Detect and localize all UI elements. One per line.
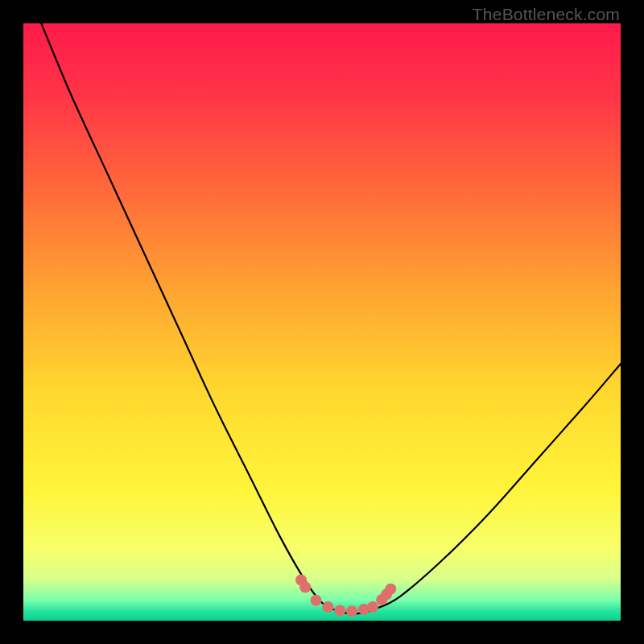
marker-point	[334, 605, 345, 616]
plot-area	[23, 23, 621, 621]
bottleneck-curve	[41, 23, 621, 613]
marker-point	[299, 581, 311, 592]
curve-layer	[23, 23, 621, 621]
watermark-text: TheBottleneck.com	[473, 5, 620, 24]
marker-point	[385, 584, 396, 595]
marker-point	[367, 601, 378, 613]
marker-point	[322, 601, 333, 613]
marker-point	[311, 595, 322, 606]
chart-stage: TheBottleneck.com	[0, 0, 644, 644]
highlight-markers	[295, 575, 396, 617]
marker-point	[346, 605, 357, 617]
